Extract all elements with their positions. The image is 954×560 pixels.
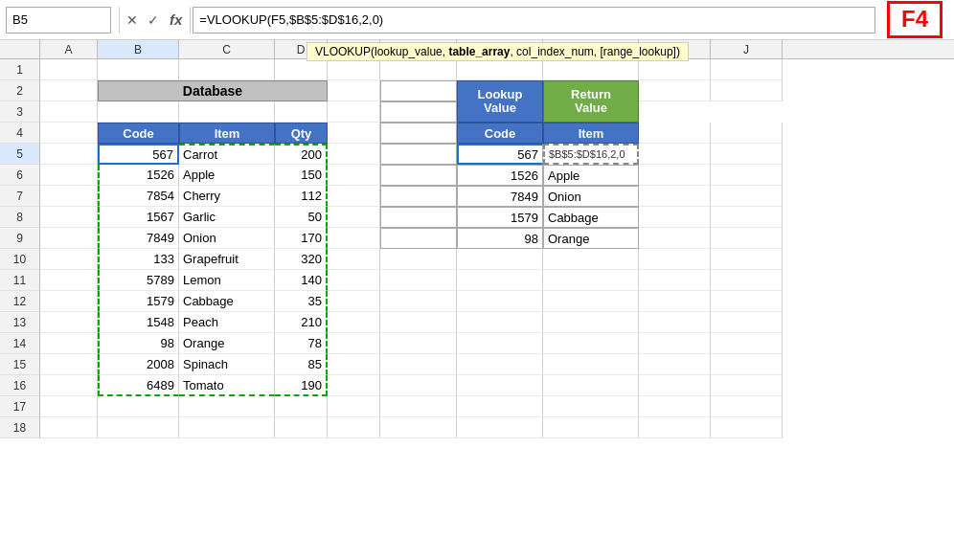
cell-b1[interactable]: [98, 59, 179, 80]
row-num-1[interactable]: 1: [0, 59, 40, 80]
row-num-16[interactable]: 16: [0, 375, 40, 396]
cell-a7[interactable]: [40, 186, 98, 207]
row-num-5[interactable]: 5: [0, 144, 40, 165]
cell-a1[interactable]: [40, 59, 98, 80]
cell-e16[interactable]: [328, 375, 380, 396]
cell-b7[interactable]: 7854: [98, 186, 179, 207]
cell-j12[interactable]: [711, 291, 783, 312]
cell-i10[interactable]: [639, 249, 711, 270]
cell-a3[interactable]: [40, 101, 98, 123]
cell-b12[interactable]: 1579: [98, 291, 179, 312]
cell-f16[interactable]: [380, 375, 457, 396]
cell-h2[interactable]: ReturnValue: [543, 80, 639, 123]
cell-e11[interactable]: [328, 270, 380, 291]
cell-c1[interactable]: [179, 59, 275, 80]
cell-e4[interactable]: [328, 123, 380, 144]
cell-h5[interactable]: $B$5:$D$16,2,0: [543, 144, 639, 165]
cell-d10[interactable]: 320: [275, 249, 328, 270]
cell-h10[interactable]: [543, 249, 639, 270]
cell-d1[interactable]: [275, 59, 328, 80]
cell-e7[interactable]: [328, 186, 380, 207]
cell-e14[interactable]: [328, 333, 380, 354]
cell-g6[interactable]: 1526: [457, 165, 543, 186]
cell-i5[interactable]: [639, 144, 711, 165]
col-header-j[interactable]: J: [711, 40, 783, 58]
cell-a4[interactable]: [40, 123, 98, 144]
cell-i2[interactable]: [639, 80, 711, 101]
cell-b3[interactable]: [98, 101, 179, 123]
cell-g9[interactable]: 98: [457, 228, 543, 249]
cell-b15[interactable]: 2008: [98, 354, 179, 375]
cell-f10[interactable]: [380, 249, 457, 270]
cell-d4[interactable]: Qty: [275, 123, 328, 144]
cell-i6[interactable]: [639, 165, 711, 186]
cell-f1[interactable]: [380, 59, 457, 80]
row-num-18[interactable]: 18: [0, 417, 40, 438]
cell-c10[interactable]: Grapefruit: [179, 249, 275, 270]
cell-j13[interactable]: [711, 312, 783, 333]
cell-e9[interactable]: [328, 228, 380, 249]
cell-d3[interactable]: [275, 101, 328, 123]
cell-b11[interactable]: 5789: [98, 270, 179, 291]
cell-j15[interactable]: [711, 354, 783, 375]
cell-h1[interactable]: [543, 59, 639, 80]
cell-d6[interactable]: 150: [275, 165, 328, 186]
cell-a8[interactable]: [40, 207, 98, 228]
cell-e5[interactable]: [328, 144, 380, 165]
cell-i8[interactable]: [639, 207, 711, 228]
row-num-17[interactable]: 17: [0, 396, 40, 417]
cell-e18[interactable]: [328, 417, 380, 438]
cell-c17[interactable]: [179, 396, 275, 417]
col-header-c[interactable]: C: [179, 40, 275, 58]
cell-f13[interactable]: [380, 312, 457, 333]
row-num-11[interactable]: 11: [0, 270, 40, 291]
col-header-a[interactable]: A: [40, 40, 98, 58]
cell-f8[interactable]: [380, 207, 457, 228]
cell-b17[interactable]: [98, 396, 179, 417]
cell-i9[interactable]: [639, 228, 711, 249]
cell-i15[interactable]: [639, 354, 711, 375]
cell-a17[interactable]: [40, 396, 98, 417]
cell-g7[interactable]: 7849: [457, 186, 543, 207]
row-num-14[interactable]: 14: [0, 333, 40, 354]
cell-d16[interactable]: 190: [275, 375, 328, 396]
cell-a12[interactable]: [40, 291, 98, 312]
cell-e6[interactable]: [328, 165, 380, 186]
cell-f14[interactable]: [380, 333, 457, 354]
cell-e15[interactable]: [328, 354, 380, 375]
cell-i16[interactable]: [639, 375, 711, 396]
row-num-12[interactable]: 12: [0, 291, 40, 312]
cancel-icon[interactable]: ✕: [122, 12, 143, 28]
cell-g14[interactable]: [457, 333, 543, 354]
row-num-15[interactable]: 15: [0, 354, 40, 375]
cell-a18[interactable]: [40, 417, 98, 438]
cell-j8[interactable]: [711, 207, 783, 228]
cell-j11[interactable]: [711, 270, 783, 291]
cell-a14[interactable]: [40, 333, 98, 354]
cell-h6[interactable]: Apple: [543, 165, 639, 186]
row-num-4[interactable]: 4: [0, 123, 40, 144]
cell-b16[interactable]: 6489: [98, 375, 179, 396]
cell-g11[interactable]: [457, 270, 543, 291]
cell-j10[interactable]: [711, 249, 783, 270]
cell-d9[interactable]: 170: [275, 228, 328, 249]
cell-h4[interactable]: Item: [543, 123, 639, 144]
row-num-7[interactable]: 7: [0, 186, 40, 207]
cell-d17[interactable]: [275, 396, 328, 417]
cell-a11[interactable]: [40, 270, 98, 291]
cell-i4[interactable]: [639, 123, 711, 144]
cell-j7[interactable]: [711, 186, 783, 207]
cell-c13[interactable]: Peach: [179, 312, 275, 333]
cell-f2[interactable]: [380, 80, 457, 101]
cell-d11[interactable]: 140: [275, 270, 328, 291]
row-num-8[interactable]: 8: [0, 207, 40, 228]
cell-d15[interactable]: 85: [275, 354, 328, 375]
cell-g12[interactable]: [457, 291, 543, 312]
cell-e17[interactable]: [328, 396, 380, 417]
cell-d8[interactable]: 50: [275, 207, 328, 228]
cell-e8[interactable]: [328, 207, 380, 228]
cell-g13[interactable]: [457, 312, 543, 333]
fx-icon[interactable]: fx: [164, 11, 188, 28]
cell-f3[interactable]: [380, 101, 457, 123]
cell-d13[interactable]: 210: [275, 312, 328, 333]
